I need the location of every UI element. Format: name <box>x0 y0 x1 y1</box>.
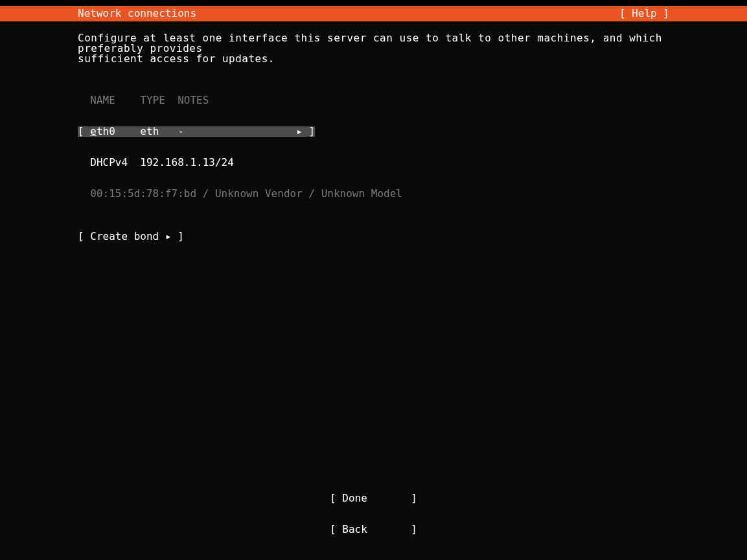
create-bond-label: Create bond <box>90 230 159 242</box>
col-type: TYPE <box>140 94 165 106</box>
col-name: NAME <box>90 94 115 106</box>
screen-title: Network connections <box>78 6 196 21</box>
done-button[interactable]: [ Done ] <box>0 493 747 504</box>
iface-name-key: e <box>90 125 97 137</box>
interface-row[interactable]: [ eth0 eth - ▸ ] <box>78 126 669 137</box>
back-button[interactable]: [ Back ] <box>0 524 747 535</box>
top-bar: Network connections [ Help ] <box>0 6 747 21</box>
description-text: Configure at least one interface this se… <box>78 33 669 64</box>
hw-text: 00:15:5d:78:f7:bd / Unknown Vendor / Unk… <box>90 187 402 200</box>
iface-notes: - <box>178 125 184 137</box>
open-bracket: [ <box>78 125 84 137</box>
iface-type: eth <box>140 125 159 137</box>
dhcp-address: 192.168.1.13/24 <box>140 156 234 169</box>
chevron-right-icon: ▸ <box>165 230 172 242</box>
dhcp-label: DHCPv4 <box>90 156 128 169</box>
installer-screen: Network connections [ Help ] Configure a… <box>0 6 747 560</box>
iface-name-rest: th0 <box>97 125 115 137</box>
close-bracket: ] <box>308 125 315 137</box>
create-bond-button[interactable]: [ Create bond ▸ ] <box>78 230 669 242</box>
chevron-right-icon: ▸ <box>296 126 303 137</box>
interface-detail-dhcp: DHCPv4 192.168.1.13/24 <box>78 158 669 168</box>
help-button[interactable]: [ Help ] <box>619 6 669 21</box>
close-bracket: ] <box>178 230 184 242</box>
open-bracket: [ <box>78 230 84 242</box>
interface-table: NAME TYPE NOTES [ eth0 eth - ▸ ] DHCPv4 … <box>78 75 669 220</box>
interface-hardware-info: 00:15:5d:78:f7:bd / Unknown Vendor / Unk… <box>78 189 669 199</box>
main-content: Configure at least one interface this se… <box>0 21 747 242</box>
col-notes: NOTES <box>178 94 209 106</box>
column-headers: NAME TYPE NOTES <box>78 95 669 106</box>
footer-buttons: [ Done ] [ Back ] <box>0 472 747 555</box>
